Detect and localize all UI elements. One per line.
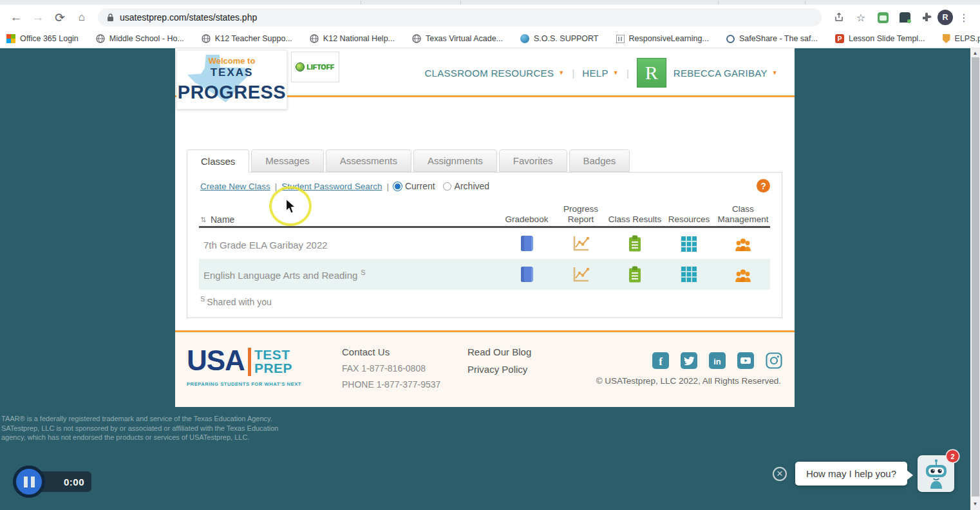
- extension-screencast-icon[interactable]: [874, 9, 891, 26]
- shared-marker: S: [361, 269, 365, 276]
- bookmark-elps-pdf[interactable]: ELPS.pdf: [943, 34, 980, 43]
- logo-divider: [248, 348, 251, 376]
- facebook-icon[interactable]: f: [652, 352, 669, 369]
- recording-timer: 0:00: [39, 471, 91, 492]
- refresh-button[interactable]: ⟳: [51, 8, 69, 26]
- youtube-icon[interactable]: [737, 352, 754, 369]
- panel-toolbar: Create New Class | Student Password Sear…: [200, 181, 497, 191]
- chatbot-avatar[interactable]: 2: [918, 455, 954, 492]
- help-icon[interactable]: ?: [757, 179, 770, 193]
- home-button[interactable]: ⌂: [73, 8, 91, 26]
- url-text: usatestprep.com/states/states.php: [120, 12, 257, 23]
- progress-report-icon[interactable]: [552, 259, 610, 290]
- extension-chat-icon[interactable]: [896, 9, 913, 26]
- globe-icon: [96, 34, 105, 43]
- contact-us-link[interactable]: Contact Us: [342, 346, 440, 357]
- user-menu[interactable]: REBECCA GARIBAY▼: [674, 68, 778, 79]
- page-background: Welcome to TEXAS PROGRESS LIFTOFF CLASSR…: [0, 48, 980, 510]
- screen: ← → ⟳ ⌂ usatestprep.com/states/states.ph…: [0, 0, 980, 510]
- read-our-blog-link[interactable]: Read Our Blog: [467, 346, 531, 357]
- create-new-class-link[interactable]: Create New Class: [200, 182, 270, 191]
- radio-current[interactable]: [393, 182, 402, 191]
- site-nav: CLASSROOM RESOURCES▼ | HELP▼ | R REBECCA…: [424, 48, 778, 97]
- tab-badges[interactable]: Badges: [569, 149, 630, 172]
- globe-icon: [310, 34, 319, 43]
- extensions-puzzle-icon[interactable]: [918, 9, 935, 26]
- progress-report-icon[interactable]: [552, 229, 610, 259]
- scroll-down-arrow[interactable]: ▼: [970, 499, 980, 508]
- browser-menu-icon[interactable]: ⋮: [956, 9, 972, 26]
- instagram-icon[interactable]: [766, 352, 782, 369]
- class-results-icon[interactable]: [606, 229, 664, 259]
- globe-icon: [412, 34, 421, 43]
- bookmark-k12-national[interactable]: K12 National Help...: [310, 34, 395, 43]
- share-icon[interactable]: [831, 9, 847, 26]
- ring-icon: [726, 35, 735, 43]
- lock-icon: [107, 14, 114, 22]
- bookmark-texas-virtual[interactable]: Texas Virtual Acade...: [412, 34, 503, 43]
- bookmark-lesson-slide[interactable]: PLesson Slide Templ...: [835, 34, 925, 43]
- chat-bubble[interactable]: How may I help you?: [795, 462, 907, 486]
- browser-tab-strip: [0, 0, 980, 5]
- logo-tagline: PREPARING STUDENTS FOR WHAT'S NEXT: [187, 381, 301, 387]
- user-avatar[interactable]: R: [637, 58, 666, 88]
- url-bar[interactable]: usatestprep.com/states/states.php: [98, 8, 822, 26]
- links-column: Read Our Blog Privacy Policy: [467, 346, 531, 381]
- pause-button[interactable]: [13, 466, 45, 498]
- divider: |: [386, 182, 389, 191]
- tab-messages[interactable]: Messages: [251, 149, 323, 172]
- class-management-icon[interactable]: [714, 259, 772, 290]
- class-management-icon[interactable]: [714, 229, 772, 259]
- page-scrollbar[interactable]: ▲ ▼: [970, 48, 980, 510]
- table-row: 7th Grade ELA Garibay 2022: [199, 229, 770, 259]
- radio-archived-label: Archived: [455, 181, 489, 191]
- class-results-icon[interactable]: [606, 259, 664, 290]
- bookmark-k12-teacher[interactable]: K12 Teacher Suppo...: [202, 34, 292, 43]
- tab-assignments[interactable]: Assignments: [413, 149, 497, 172]
- copyright-text: © USATestprep, LLC 2022, All Rights Rese…: [596, 376, 781, 386]
- privacy-policy-link[interactable]: Privacy Policy: [467, 364, 531, 375]
- scroll-up-arrow[interactable]: ▲: [970, 48, 980, 57]
- classroom-resources-menu[interactable]: CLASSROOM RESOURCES▼: [424, 68, 564, 79]
- chat-close-icon[interactable]: ✕: [773, 467, 787, 481]
- help-menu[interactable]: HELP▼: [582, 68, 619, 79]
- bookmark-sos-support[interactable]: S.O.S. SUPPORT: [520, 34, 599, 43]
- tab-bar: Classes Messages Assessments Assignments…: [187, 149, 632, 172]
- sort-icon[interactable]: ⇅: [200, 216, 206, 224]
- resources-icon[interactable]: [660, 259, 718, 290]
- browser-toolbar: ← → ⟳ ⌂ usatestprep.com/states/states.ph…: [0, 5, 980, 30]
- column-class-management: ClassManagement: [708, 204, 778, 225]
- forward-button[interactable]: →: [29, 8, 47, 26]
- linkedin-icon[interactable]: in: [709, 352, 726, 369]
- twitter-icon[interactable]: [681, 352, 697, 369]
- tab-assessments[interactable]: Assessments: [326, 149, 411, 172]
- bookmark-middle-school[interactable]: Middle School - Ho...: [96, 34, 184, 43]
- column-name[interactable]: Name: [211, 214, 234, 225]
- gradebook-icon[interactable]: [498, 229, 556, 259]
- liftoff-logo[interactable]: LIFTOFF: [291, 52, 339, 82]
- shield-icon: [943, 34, 950, 43]
- texas-progress-logo[interactable]: Welcome to TEXAS PROGRESS: [176, 50, 287, 109]
- bookmark-responsive-learning[interactable]: ResponsiveLearning...: [616, 34, 709, 43]
- scrollbar-thumb[interactable]: [972, 57, 979, 496]
- notification-badge: 2: [947, 450, 959, 462]
- legal-disclaimer: TAAR® is a federally registered trademar…: [1, 414, 278, 442]
- resources-icon[interactable]: [660, 229, 718, 259]
- tab-favorites[interactable]: Favorites: [499, 149, 567, 172]
- svg-text:in: in: [713, 357, 721, 366]
- radio-archived[interactable]: [443, 182, 451, 191]
- gradebook-icon[interactable]: [498, 259, 556, 290]
- browser-profile-avatar[interactable]: R: [938, 10, 953, 25]
- content-column: Welcome to TEXAS PROGRESS LIFTOFF CLASSR…: [175, 48, 795, 407]
- chevron-down-icon: ▼: [772, 70, 778, 76]
- bookmark-safeshare[interactable]: SafeShare - The saf...: [726, 34, 818, 43]
- rocket-icon: [296, 62, 305, 71]
- chat-widget: ✕ How may I help you? 2: [773, 455, 954, 492]
- document-lines-icon: [616, 35, 625, 43]
- tab-classes[interactable]: Classes: [187, 149, 249, 173]
- back-button[interactable]: ←: [7, 8, 25, 26]
- header-divider: [199, 226, 770, 228]
- bookmark-star-icon[interactable]: ☆: [853, 9, 869, 26]
- usatestprep-logo[interactable]: USA TESTPREP: [187, 346, 292, 376]
- bookmark-office365[interactable]: Office 365 Login: [6, 34, 79, 43]
